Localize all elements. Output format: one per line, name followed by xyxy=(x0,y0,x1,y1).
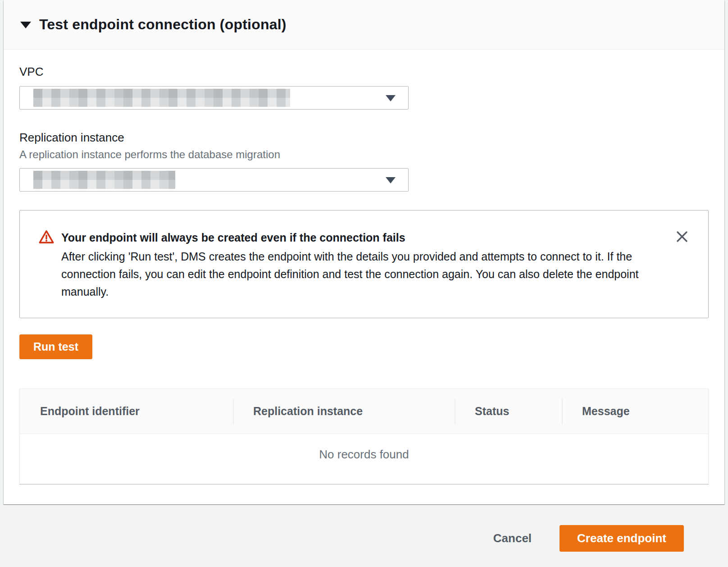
footer-action-bar: Cancel Create endpoint xyxy=(0,525,728,552)
vpc-label: VPC xyxy=(19,65,709,79)
run-test-button[interactable]: Run test xyxy=(19,334,92,359)
caret-down-icon xyxy=(386,95,396,101)
warning-body: After clicking 'Run test', DMS creates t… xyxy=(61,248,649,301)
warning-triangle-icon xyxy=(39,229,54,301)
replication-instance-label: Replication instance xyxy=(19,131,709,145)
vpc-redacted-value xyxy=(33,89,290,107)
column-header-replication-instance: Replication instance xyxy=(233,405,455,418)
replication-instance-select[interactable] xyxy=(19,168,409,192)
section-title: Test endpoint connection (optional) xyxy=(39,16,287,33)
test-results-table: Endpoint identifier Replication instance… xyxy=(19,389,709,484)
section-toggle[interactable]: Test endpoint connection (optional) xyxy=(4,0,724,50)
caret-down-icon xyxy=(386,177,396,183)
column-header-endpoint-identifier: Endpoint identifier xyxy=(20,405,233,418)
create-endpoint-button[interactable]: Create endpoint xyxy=(560,525,684,552)
replication-instance-description: A replication instance performs the data… xyxy=(19,148,709,161)
close-icon[interactable] xyxy=(672,227,692,247)
section-content: VPC Replication instance A replication i… xyxy=(4,50,724,504)
column-header-status: Status xyxy=(455,405,562,418)
column-header-message: Message xyxy=(562,405,708,418)
collapse-triangle-icon xyxy=(20,22,31,28)
vpc-select[interactable] xyxy=(19,86,409,110)
replication-instance-redacted-value xyxy=(33,171,175,189)
endpoint-warning-alert: Your endpoint will always be created eve… xyxy=(19,210,709,318)
empty-state-message: No records found xyxy=(20,434,708,484)
table-header-row: Endpoint identifier Replication instance… xyxy=(20,389,708,434)
warning-title: Your endpoint will always be created eve… xyxy=(61,230,649,245)
test-endpoint-connection-panel: Test endpoint connection (optional) VPC … xyxy=(4,0,724,504)
cancel-button[interactable]: Cancel xyxy=(493,531,532,545)
